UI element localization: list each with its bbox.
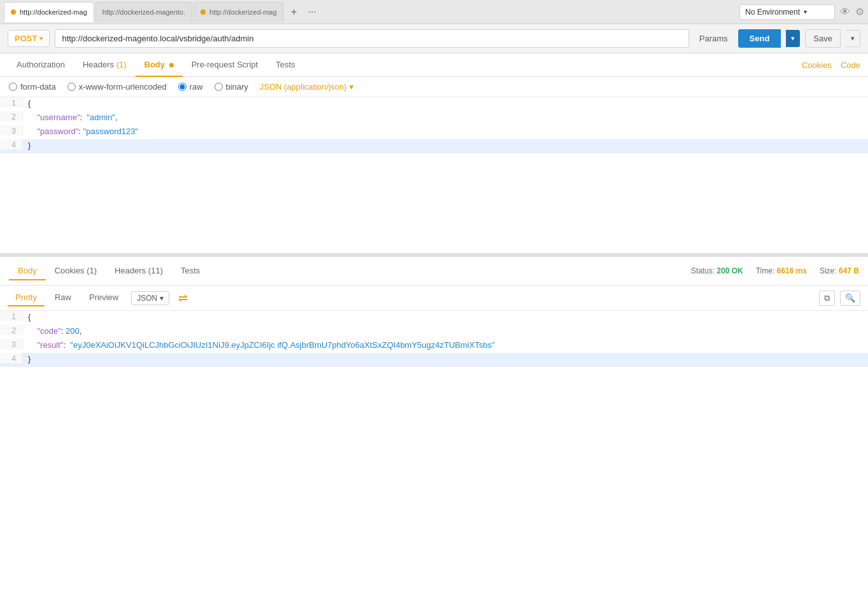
send-dropdown-button[interactable]: ▾: [786, 30, 800, 47]
send-button[interactable]: Send: [738, 29, 781, 48]
method-selector[interactable]: POST ▾: [8, 30, 50, 47]
resp-line-4: 4 }: [0, 353, 868, 367]
binary-option[interactable]: binary: [214, 82, 248, 92]
response-panel: Body Cookies (1) Headers (11) Tests Stat…: [0, 257, 868, 592]
tab-tests[interactable]: Tests: [267, 53, 304, 77]
resp-linenum-1: 1: [0, 311, 23, 321]
response-editor[interactable]: 1 { 2 "code": 200, 3 "result": "eyJ0eXAi…: [0, 311, 868, 592]
method-label: POST: [15, 34, 37, 43]
request-tabs: Authorization Headers (1) Body Pre-reque…: [0, 53, 868, 77]
tab-label-2: http://dockerized-magento.: [102, 8, 185, 16]
req-linenum-1: 1: [0, 97, 23, 107]
resp-linecontent-4: }: [23, 353, 36, 365]
tab-authorization[interactable]: Authorization: [8, 53, 74, 77]
req-line-2: 2 "username": "admin",: [0, 111, 868, 125]
req-linenum-3: 3: [0, 125, 23, 135]
response-status-bar: Body Cookies (1) Headers (11) Tests Stat…: [0, 257, 868, 286]
resp-tab-headers[interactable]: Headers (11): [106, 262, 172, 280]
urlencoded-label: x-www-form-urlencoded: [79, 82, 167, 92]
env-chevron-icon: ▾: [804, 8, 807, 15]
gear-icon[interactable]: ⚙: [855, 6, 864, 18]
req-linecontent-1: {: [23, 97, 36, 109]
req-linenum-2: 2: [0, 111, 23, 121]
raw-label: raw: [190, 82, 203, 92]
response-status-info: Status: 200 OK Time: 6616 ms Size: 647 B: [691, 266, 859, 275]
tab-dot-1: [11, 10, 16, 15]
binary-label: binary: [226, 82, 248, 92]
resp-linecontent-1: {: [23, 311, 36, 323]
resp-tab-cookies[interactable]: Cookies (1): [46, 262, 106, 280]
tab-body[interactable]: Body: [136, 53, 183, 77]
req-line-3: 3 "password": "password123": [0, 125, 868, 139]
resp-line-1: 1 {: [0, 311, 868, 325]
more-tabs-button[interactable]: ···: [304, 6, 320, 18]
json-type-label: JSON (application/json): [260, 82, 347, 92]
status-label: Status: 200 OK: [691, 266, 743, 275]
params-button[interactable]: Params: [694, 31, 733, 46]
fmt-tab-raw[interactable]: Raw: [47, 289, 79, 306]
fmt-type-chevron-icon: ▾: [160, 294, 164, 303]
fmt-type-selector[interactable]: JSON ▾: [131, 291, 169, 305]
eye-icon[interactable]: 👁: [840, 6, 850, 18]
resp-tab-tests[interactable]: Tests: [172, 262, 209, 280]
url-bar: POST ▾ Params Send ▾ Save ▾: [0, 24, 868, 53]
request-panel: Authorization Headers (1) Body Pre-reque…: [0, 53, 868, 257]
browser-tab-3[interactable]: http://dockerized-mag: [193, 2, 284, 22]
env-selector-label: No Environment: [745, 8, 800, 17]
search-button[interactable]: 🔍: [840, 291, 860, 306]
body-options: form-data x-www-form-urlencoded raw bina…: [0, 77, 868, 97]
resp-linecontent-3: "result": "eyJ0eXAiOiJKV1QiLCJhbGciOiJIU…: [23, 339, 500, 351]
size-value: 647 B: [839, 266, 859, 275]
resp-line-3: 3 "result": "eyJ0eXAiOiJKV1QiLCJhbGciOiJ…: [0, 339, 868, 353]
browser-tab-2[interactable]: http://dockerized-magento.: [95, 2, 192, 22]
urlencoded-option[interactable]: x-www-form-urlencoded: [67, 82, 167, 92]
req-line-1: 1 {: [0, 97, 868, 111]
right-links: Cookies Code: [802, 60, 860, 70]
resp-linenum-4: 4: [0, 353, 23, 363]
req-line-4: 4 }: [0, 139, 868, 153]
main-container: POST ▾ Params Send ▾ Save ▾ Authorizatio…: [0, 24, 868, 592]
tab-prerequest[interactable]: Pre-request Script: [183, 53, 267, 77]
wrap-button[interactable]: ⇌: [174, 290, 192, 306]
req-linecontent-3: "password": "password123": [23, 125, 143, 137]
save-dropdown-button[interactable]: ▾: [846, 30, 860, 47]
form-data-label: form-data: [20, 82, 56, 92]
tab-bar: http://dockerized-mag http://dockerized-…: [0, 0, 868, 24]
raw-option[interactable]: raw: [178, 82, 203, 92]
method-chevron-icon: ▾: [39, 35, 43, 42]
time-label: Time: 6616 ms: [756, 266, 807, 275]
cookies-link[interactable]: Cookies: [802, 60, 832, 70]
json-type-selector[interactable]: JSON (application/json) ▾: [260, 82, 354, 92]
req-linenum-4: 4: [0, 139, 23, 149]
env-area: No Environment ▾ 👁 ⚙: [739, 4, 864, 20]
env-selector[interactable]: No Environment ▾: [739, 4, 835, 20]
response-tabs: Body Cookies (1) Headers (11) Tests: [9, 262, 209, 280]
size-label: Size: 647 B: [820, 266, 859, 275]
browser-tab-1[interactable]: http://dockerized-mag: [4, 2, 94, 22]
resp-linenum-3: 3: [0, 339, 23, 349]
req-linecontent-4: }: [23, 139, 36, 151]
fmt-tab-preview[interactable]: Preview: [81, 289, 126, 306]
new-tab-button[interactable]: +: [285, 3, 303, 21]
resp-linecontent-2: "code": 200,: [23, 325, 87, 337]
url-input[interactable]: [55, 29, 689, 48]
code-link[interactable]: Code: [841, 60, 860, 70]
tab-label-1: http://dockerized-mag: [20, 8, 87, 16]
time-value: 6616 ms: [777, 266, 807, 275]
tab-headers[interactable]: Headers (1): [74, 53, 136, 77]
form-data-option[interactable]: form-data: [9, 82, 56, 92]
resp-line-2: 2 "code": 200,: [0, 325, 868, 339]
response-format-bar: Pretty Raw Preview JSON ▾ ⇌ ⧉ 🔍: [0, 286, 868, 311]
tab-dot-3: [200, 10, 206, 15]
response-action-buttons: ⧉ 🔍: [819, 291, 860, 306]
copy-button[interactable]: ⧉: [819, 291, 835, 306]
request-editor[interactable]: 1 { 2 "username": "admin", 3 "password":…: [0, 97, 868, 253]
req-linecontent-2: "username": "admin",: [23, 111, 123, 123]
save-button[interactable]: Save: [805, 29, 841, 48]
fmt-type-label: JSON: [137, 294, 157, 303]
resp-linenum-2: 2: [0, 325, 23, 335]
tab-label-3: http://dockerized-mag: [209, 8, 277, 16]
json-type-chevron-icon: ▾: [349, 82, 354, 92]
fmt-tab-pretty[interactable]: Pretty: [8, 289, 45, 306]
resp-tab-body[interactable]: Body: [9, 262, 46, 280]
